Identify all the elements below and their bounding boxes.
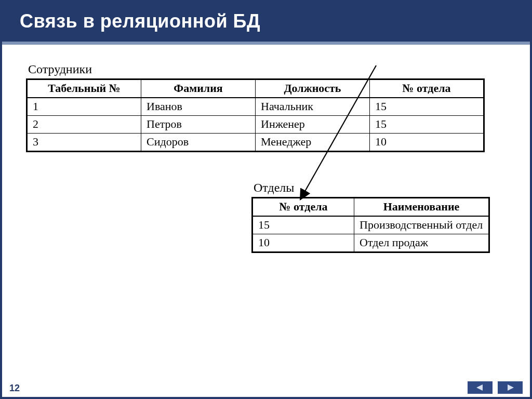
slide-title: Связь в реляционной БД <box>20 10 512 32</box>
nav-buttons <box>468 381 523 394</box>
table-row: 3 Сидоров Менеджер 10 <box>27 134 484 152</box>
triangle-left-icon <box>475 384 485 391</box>
table-row: 15 Производственный отдел <box>252 216 489 234</box>
employees-header: Табельный № <box>27 79 141 98</box>
employees-header: Фамилия <box>141 79 256 98</box>
prev-button[interactable] <box>468 381 493 394</box>
departments-header-row: № отдела Наименование <box>252 198 489 217</box>
cell: Производственный отдел <box>354 216 489 234</box>
slide: Связь в реляционной БД Сотрудники Табель… <box>0 0 532 399</box>
cell: 15 <box>370 116 484 134</box>
employees-table-wrap: Сотрудники Табельный № Фамилия Должность… <box>26 62 483 152</box>
employees-label: Сотрудники <box>28 62 483 76</box>
cell: Начальник <box>256 98 370 116</box>
employees-header: Должность <box>256 79 370 98</box>
cell: 15 <box>370 98 484 116</box>
cell: Менеджер <box>256 134 370 152</box>
cell: Петров <box>141 116 256 134</box>
table-row: 1 Иванов Начальник 15 <box>27 98 484 116</box>
table-row: 10 Отдел продаж <box>252 234 489 252</box>
departments-table: № отдела Наименование 15 Производственны… <box>251 197 490 253</box>
cell: Сидоров <box>141 134 256 152</box>
cell: 15 <box>252 216 354 234</box>
title-bar: Связь в реляционной БД <box>2 2 530 45</box>
cell: Инженер <box>256 116 370 134</box>
triangle-right-icon <box>506 384 515 391</box>
employees-header: № отдела <box>370 79 484 98</box>
cell: 3 <box>27 134 141 152</box>
cell: 10 <box>370 134 484 152</box>
departments-label: Отделы <box>254 181 488 195</box>
departments-table-wrap: Отделы № отдела Наименование 15 Производ… <box>251 181 488 253</box>
cell: 2 <box>27 116 141 134</box>
next-button[interactable] <box>498 381 523 394</box>
departments-header: № отдела <box>252 198 354 217</box>
employees-header-row: Табельный № Фамилия Должность № отдела <box>27 79 484 98</box>
cell: 1 <box>27 98 141 116</box>
employees-table: Табельный № Фамилия Должность № отдела 1… <box>26 78 485 152</box>
cell: Иванов <box>141 98 256 116</box>
cell: 10 <box>252 234 354 252</box>
slide-content: Сотрудники Табельный № Фамилия Должность… <box>2 45 530 152</box>
cell: Отдел продаж <box>354 234 489 252</box>
table-row: 2 Петров Инженер 15 <box>27 116 484 134</box>
page-number: 12 <box>9 383 20 394</box>
departments-header: Наименование <box>354 198 489 217</box>
